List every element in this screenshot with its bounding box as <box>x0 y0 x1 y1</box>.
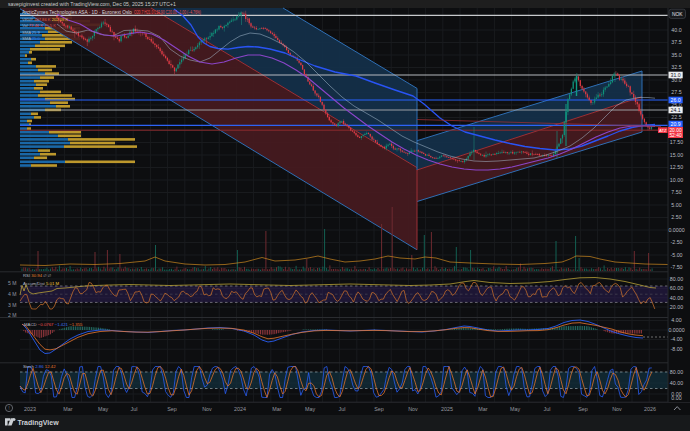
svg-text:2024: 2024 <box>234 406 246 412</box>
svg-text:40.00: 40.00 <box>670 380 683 386</box>
svg-text:24.1: 24.1 <box>671 107 681 113</box>
svg-text:-2.50: -2.50 <box>670 239 682 245</box>
svg-text:-4.00: -4.00 <box>670 336 682 342</box>
svg-text:32.5: 32.5 <box>671 64 681 70</box>
svg-text:Jul: Jul <box>131 406 138 412</box>
svg-text:Nov: Nov <box>408 406 418 412</box>
svg-text:Nov: Nov <box>612 406 622 412</box>
svg-text:0.0000: 0.0000 <box>668 227 684 233</box>
svg-text:ATZ: ATZ <box>659 128 667 133</box>
svg-text:12.50: 12.50 <box>670 164 683 170</box>
svg-text:26.0: 26.0 <box>671 97 681 103</box>
svg-text:VRVP 407.86 K 202.09 K: VRVP 407.86 K 202.09 K <box>22 17 68 22</box>
svg-text:Jul: Jul <box>339 406 346 412</box>
svg-text:60.00: 60.00 <box>670 285 683 291</box>
svg-text:80.00: 80.00 <box>670 276 683 282</box>
svg-text:20.9: 20.9 <box>671 121 681 127</box>
svg-text:4.00: 4.00 <box>671 317 681 323</box>
svg-text:savepiginvest created with Tra: savepiginvest created with TradingView.c… <box>8 1 176 7</box>
svg-text:2025: 2025 <box>441 406 453 412</box>
svg-text:SMA 25.0: SMA 25.0 <box>22 36 40 41</box>
svg-text:NOK: NOK <box>672 12 683 17</box>
svg-text:0.00: 0.00 <box>671 395 681 401</box>
svg-text:Nov: Nov <box>202 406 212 412</box>
svg-text:Sep: Sep <box>374 406 384 412</box>
svg-text:40.0: 40.0 <box>671 27 681 33</box>
svg-text:2026: 2026 <box>644 406 656 412</box>
svg-text:35.0: 35.0 <box>671 52 681 58</box>
svg-text:Sep: Sep <box>167 406 177 412</box>
svg-text:3 M: 3 M <box>8 302 17 308</box>
svg-text:O20.7 H21.0 L19.90 C20.00 −1.0: O20.7 H21.0 L19.90 C20.00 −1.00 (−4.76%) <box>134 10 201 15</box>
svg-text:Mar: Mar <box>63 406 72 412</box>
svg-text:May: May <box>510 406 520 412</box>
svg-text:2.50: 2.50 <box>671 214 681 220</box>
svg-text:Mar: Mar <box>478 406 487 412</box>
svg-text:7.50: 7.50 <box>671 189 681 195</box>
svg-text:15.00: 15.00 <box>670 152 683 158</box>
svg-text:SMA 25.9: SMA 25.9 <box>22 30 40 35</box>
svg-text:May: May <box>98 406 108 412</box>
svg-text:Vol 73.46 K 45.5 K: Vol 73.46 K 45.5 K <box>22 23 56 28</box>
svg-text:40.00: 40.00 <box>670 295 683 301</box>
svg-text:May: May <box>305 406 315 412</box>
svg-text:52:40: 52:40 <box>669 133 682 138</box>
svg-text:80.00: 80.00 <box>670 369 683 375</box>
svg-text:Jul: Jul <box>544 406 551 412</box>
svg-text:2 M: 2 M <box>8 312 17 318</box>
svg-text:-5.00: -5.00 <box>670 252 682 258</box>
svg-text:20.00: 20.00 <box>670 304 683 310</box>
svg-text:10.00: 10.00 <box>670 177 683 183</box>
svg-text:5.00: 5.00 <box>671 202 681 208</box>
svg-text:5 M: 5 M <box>8 280 17 286</box>
svg-text:4 M: 4 M <box>8 291 17 297</box>
svg-text:Accum/Dist 5.01 M: Accum/Dist 5.01 M <box>23 281 59 286</box>
svg-text:22.5: 22.5 <box>671 114 681 120</box>
svg-text:37.5: 37.5 <box>671 39 681 45</box>
svg-text:27.5: 27.5 <box>671 89 681 95</box>
svg-text:0.0000: 0.0000 <box>668 327 684 333</box>
svg-text:Stoch 2.86 12.42: Stoch 2.86 12.42 <box>23 364 56 369</box>
svg-text:TradingView: TradingView <box>18 419 60 427</box>
svg-text:ArcticZymes Technologies ASA ·: ArcticZymes Technologies ASA · 1D · Euro… <box>22 10 132 15</box>
svg-text:2023: 2023 <box>24 406 36 412</box>
svg-text:RSI 30.94 Ø Ø: RSI 30.94 Ø Ø <box>23 273 52 278</box>
svg-text:-8.00: -8.00 <box>670 346 682 352</box>
svg-text:MACD −0.0767 −1.421 −1.355: MACD −0.0767 −1.421 −1.355 <box>24 322 83 327</box>
svg-text:Sep: Sep <box>578 406 588 412</box>
svg-text:Mar: Mar <box>272 406 281 412</box>
svg-text:-7.50: -7.50 <box>670 264 682 270</box>
svg-text:31.0: 31.0 <box>671 72 681 78</box>
svg-text:17.50: 17.50 <box>670 139 683 145</box>
